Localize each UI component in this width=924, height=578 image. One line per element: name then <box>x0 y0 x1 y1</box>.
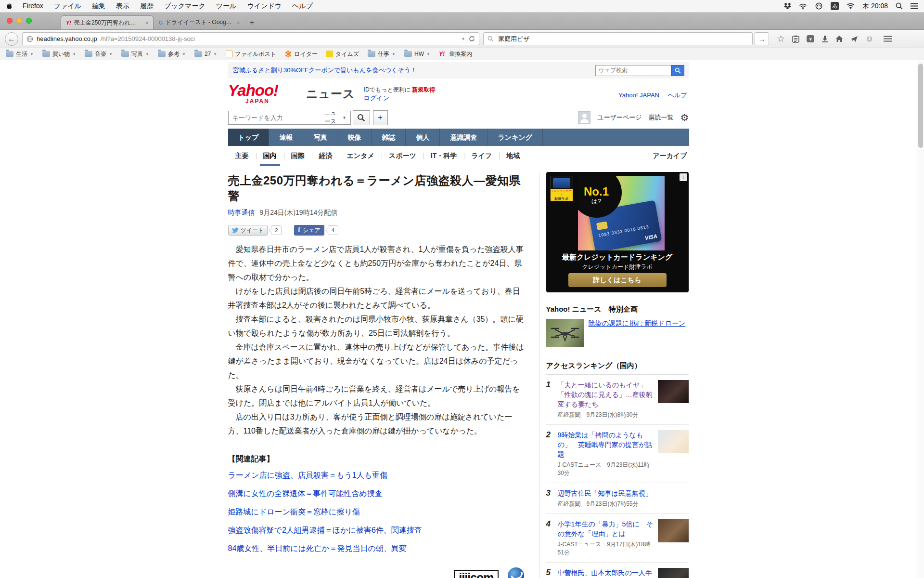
yahoo-japan-link[interactable]: Yahoo! JAPAN <box>618 92 659 99</box>
subnav-tab[interactable]: エンタメ <box>340 146 382 166</box>
tweet-button[interactable]: ツイート <box>228 225 268 236</box>
related-link[interactable]: 84歳女性、半日前には死亡か＝発見当日の朝、異変 <box>228 539 527 558</box>
nav-tab[interactable]: 速報 <box>269 129 303 146</box>
related-link[interactable]: ラーメン店に強盗、店員殺害＝もう1人も重傷 <box>228 466 527 485</box>
reload-icon[interactable] <box>469 36 475 42</box>
menu-item[interactable]: 編集 <box>87 2 111 11</box>
bookmark-item[interactable]: 仕事 ▼ <box>368 50 396 58</box>
apple-icon[interactable] <box>6 2 13 10</box>
special-feature-link[interactable]: 除染の課題に挑む 新鋭ドローン <box>589 319 686 347</box>
bookmark-star-icon[interactable]: ☆ <box>777 33 785 44</box>
nav-tab[interactable]: トップ <box>228 129 270 146</box>
news-search-box[interactable]: ニュース▼ <box>228 111 351 125</box>
tab-active[interactable]: Y! 売上金250万円奪われる＝ラ... × <box>61 15 154 29</box>
back-button[interactable]: ← <box>5 32 18 46</box>
yahoo-logo[interactable]: Yahoo! JAPAN <box>228 83 270 105</box>
ranking-link[interactable]: 中曽根氏、山本太郎氏の一人牛歩と小西氏の長時間演説を批判「パフォーマンス」「情け… <box>558 568 654 578</box>
bookmark-item[interactable]: 生活 ▼ <box>6 50 34 58</box>
ranking-link[interactable]: 「夫と一緒にいるのもイヤ」「性欲の塊に見える」…産後豹変する妻たち <box>558 380 654 409</box>
subnav-tab[interactable]: 国際 <box>284 146 312 166</box>
nav-tab[interactable]: ランキング <box>488 129 543 146</box>
menu-item[interactable]: Firefox <box>17 2 49 11</box>
nav-tab[interactable]: 個人 <box>406 129 440 146</box>
page-scrollbar[interactable] <box>917 61 924 578</box>
download-icon[interactable] <box>821 35 828 42</box>
bookmark-item[interactable]: ファイルポスト <box>226 50 276 58</box>
share-plane-icon[interactable] <box>850 35 858 42</box>
tab-inactive[interactable]: G ドライイースト - Google 検索 × <box>154 15 244 29</box>
jiji-press-logo[interactable]: 時事通信社 <box>505 567 527 578</box>
new-tab-button[interactable]: + <box>244 15 259 29</box>
window-close-button[interactable] <box>7 18 13 24</box>
subnav-tab[interactable]: スポーツ <box>382 146 424 166</box>
news-search-button[interactable] <box>353 110 370 125</box>
creative-cloud-icon[interactable] <box>815 2 823 10</box>
url-dropdown-icon[interactable]: ▼ <box>461 37 465 41</box>
ranking-link[interactable]: 小学1年生の「暴力」5倍に その意外な「理由」とは <box>558 519 654 539</box>
subscriptions-link[interactable]: 購読一覧 <box>649 113 674 122</box>
spotlight-icon[interactable] <box>896 2 903 10</box>
promo-link[interactable]: 宮城ふるさと割り30%OFFクーポンで旨いもんを食べつくそう！ <box>233 66 417 75</box>
nav-tab[interactable]: 意識調査 <box>440 129 488 146</box>
subnav-tab[interactable]: 経済 <box>312 146 340 166</box>
browser-search-input[interactable] <box>497 35 748 43</box>
special-feature-item[interactable]: 除染の課題に挑む 新鋭ドローン <box>546 319 689 347</box>
feedback-smiley-icon[interactable]: ☺ <box>865 34 873 44</box>
reader-list-icon[interactable] <box>792 35 799 43</box>
wifi-icon[interactable] <box>847 3 855 9</box>
facebook-share-button[interactable]: f シェア <box>294 225 324 236</box>
pocket-icon[interactable]: ∨ <box>807 35 814 42</box>
ad-cta-button[interactable]: 詳しくはこちら <box>568 273 667 287</box>
url-bar[interactable]: headlines.yahoo.co.jp/hl?a=20150924-0000… <box>22 32 479 45</box>
bookmark-item[interactable]: 参考 ▼ <box>158 50 186 58</box>
subnav-tab[interactable]: 国内 <box>256 146 284 166</box>
bookmark-item[interactable]: ロイター <box>285 50 318 58</box>
add-button[interactable]: + <box>373 110 388 125</box>
news-search-input[interactable] <box>229 114 321 121</box>
bookmark-item[interactable]: タイムズ <box>326 50 359 58</box>
help-link[interactable]: ヘルプ <box>668 92 687 99</box>
subnav-tab[interactable]: ライフ <box>464 146 499 166</box>
source-link[interactable]: 時事通信 <box>228 209 255 216</box>
ad-banner[interactable]: i クレジットカード 財津ラボ 1083 3333 0018 0813 VISA… <box>546 172 689 292</box>
archive-link[interactable]: アーカイブ <box>653 152 689 160</box>
subnav-tab[interactable]: 地域 <box>499 146 527 166</box>
menu-item[interactable]: ファイル <box>49 2 87 11</box>
home-icon[interactable] <box>835 35 843 42</box>
notification-center-icon[interactable] <box>911 3 918 9</box>
browser-search-bar[interactable] <box>483 32 753 45</box>
web-search-input[interactable] <box>595 65 671 76</box>
jijicom-logo[interactable]: jijicom http://www.jiji.com <box>454 570 498 578</box>
bookmark-item[interactable]: HW ▼ <box>404 51 430 57</box>
window-minimize-button[interactable] <box>16 18 22 24</box>
tab-close-icon[interactable]: × <box>237 20 240 26</box>
subnav-tab[interactable]: IT・科学 <box>424 146 464 166</box>
nav-tab[interactable]: 写真 <box>303 129 337 146</box>
menu-item[interactable]: 履歴 <box>135 2 159 11</box>
menu-item[interactable]: ウインドウ <box>242 2 287 11</box>
ranking-link[interactable]: 9時始業は「拷問のようなもの」 英睡眠専門家の提言が話題 <box>558 430 654 459</box>
userpage-link[interactable]: ユーザーページ <box>597 113 642 122</box>
menu-item[interactable]: ヘルプ <box>287 2 318 11</box>
bookmark-item[interactable]: 写真 ▼ <box>121 50 149 58</box>
search-category-dropdown[interactable]: ニュース▼ <box>321 109 350 126</box>
subnav-tab[interactable]: 主要 <box>228 146 256 166</box>
bookmark-item[interactable]: 27 ▼ <box>194 51 217 57</box>
related-link[interactable]: 強盗致傷容疑で2人組男逮捕＝ほかに被害6件、関連捜査 <box>228 521 527 539</box>
menu-item[interactable]: ブックマーク <box>159 2 211 11</box>
login-link[interactable]: ログイン <box>364 94 389 102</box>
related-link[interactable]: 側溝に女性の全裸遺体＝事件可能性含め捜査 <box>228 485 527 503</box>
dropbox-icon[interactable] <box>784 2 791 10</box>
hamburger-menu-icon[interactable] <box>884 36 892 42</box>
tab-close-icon[interactable]: × <box>145 20 148 26</box>
nav-tab[interactable]: 映像 <box>337 129 372 146</box>
menu-item[interactable]: 表示 <box>111 2 135 11</box>
input-method-icon[interactable]: あ <box>831 2 839 10</box>
register-link[interactable]: 新規取得 <box>412 86 435 93</box>
wifi-keychain-icon[interactable] <box>799 3 807 10</box>
adchoices-icon[interactable]: i <box>680 173 687 181</box>
related-link[interactable]: 姫路城にドローン衝突＝窓枠に擦り傷 <box>228 503 527 521</box>
nav-tab[interactable]: 雑誌 <box>372 129 406 146</box>
bookmark-item[interactable]: 買い物 ▼ <box>42 50 76 58</box>
scrollbar-thumb[interactable] <box>918 64 923 148</box>
